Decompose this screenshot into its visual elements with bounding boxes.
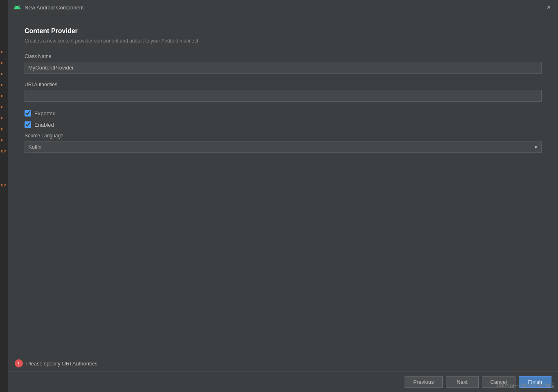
code-line: n: [0, 49, 8, 54]
uri-authorities-input[interactable]: [25, 90, 542, 102]
previous-button[interactable]: Previous: [405, 376, 443, 388]
dialog-footer: Previous Next Cancel Finish: [8, 372, 558, 392]
enabled-row: Enabled: [25, 121, 542, 128]
dialog-title: New Android Component: [25, 4, 84, 11]
next-button[interactable]: Next: [446, 376, 479, 388]
component-title: Content Provider: [25, 27, 542, 35]
class-name-label: Class Name: [25, 54, 542, 59]
watermark: CSDN@一心想赚大钱的搬运: [497, 383, 555, 389]
source-language-select[interactable]: Java Kotlin: [25, 141, 542, 153]
code-line: n: [0, 93, 8, 99]
exported-row: Exported: [25, 110, 542, 116]
enabled-checkbox[interactable]: [25, 121, 31, 128]
android-icon: [13, 3, 21, 11]
error-icon-symbol: !: [18, 361, 20, 366]
dialog-titlebar: New Android Component ×: [8, 0, 558, 15]
class-name-input[interactable]: [25, 62, 542, 74]
validation-bar: ! Please specify URI Authorities: [8, 355, 558, 372]
exported-label: Exported: [34, 110, 56, 116]
code-line: n: [0, 126, 8, 132]
exported-checkbox[interactable]: [25, 110, 31, 116]
background-code: n n n n n n n n n ov ov: [0, 0, 8, 392]
validation-message: Please specify URI Authorities: [26, 361, 97, 367]
title-left: New Android Component: [13, 3, 84, 11]
error-icon: !: [15, 359, 23, 367]
source-language-dropdown-container: Java Kotlin ▼: [25, 141, 542, 153]
code-line: n: [0, 71, 8, 76]
code-line: n: [0, 104, 8, 110]
code-line: n: [0, 82, 8, 87]
code-line: n: [0, 115, 8, 121]
code-line: n: [0, 60, 8, 65]
enabled-label: Enabled: [34, 122, 54, 128]
code-line: ov: [0, 182, 8, 188]
spacer: [25, 161, 542, 347]
dialog: New Android Component × Content Provider…: [8, 0, 558, 392]
dialog-body: Content Provider Creates a new content p…: [8, 15, 558, 355]
close-button[interactable]: ×: [544, 3, 553, 11]
uri-authorities-label: URI Authorities: [25, 82, 542, 87]
component-subtitle: Creates a new content provider component…: [25, 38, 542, 44]
source-language-label: Source Language: [25, 133, 542, 139]
code-line: n: [0, 137, 8, 143]
code-line: ov: [0, 148, 8, 154]
